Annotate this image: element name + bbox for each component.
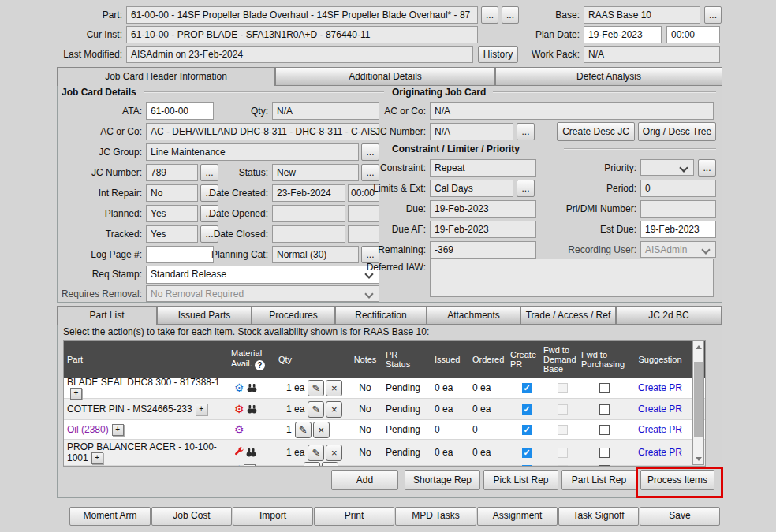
- base-field[interactable]: RAAS Base 10: [584, 6, 700, 24]
- create-pr-link[interactable]: Create PR: [638, 447, 682, 458]
- fwd-purchasing-checkbox[interactable]: [599, 404, 610, 415]
- edit-qty-icon[interactable]: ✎: [308, 401, 324, 418]
- pr-status-value: Pending: [384, 447, 431, 458]
- issued-value: 0: [431, 424, 469, 435]
- est-due-input[interactable]: 19-Feb-2023: [640, 221, 716, 238]
- orig-jc-number-field[interactable]: N/A: [430, 123, 513, 140]
- constraint-label: Constraint:: [331, 159, 426, 177]
- add-button[interactable]: Add: [331, 470, 398, 490]
- task-signoff-button[interactable]: Task Signoff: [558, 507, 639, 526]
- gear-icon: ⚙: [234, 382, 244, 393]
- tab-issued-parts[interactable]: Issued Parts: [157, 306, 252, 325]
- process-items-button[interactable]: Process Items: [640, 470, 714, 490]
- fwd-purchasing-checkbox[interactable]: [599, 383, 610, 393]
- create-pr-link[interactable]: Create PR: [638, 404, 682, 415]
- remove-icon[interactable]: ×: [313, 422, 330, 438]
- help-icon[interactable]: ?: [255, 360, 265, 370]
- cur-inst-field[interactable]: 61-10-00 - PROP BLADE - SFA13N1R0A+D - 8…: [126, 26, 478, 43]
- print-button[interactable]: Print: [314, 507, 394, 526]
- col-issued: Issued: [431, 355, 469, 364]
- assignment-button[interactable]: Assignment: [477, 507, 558, 526]
- fwd-demand-checkbox: [558, 425, 568, 435]
- create-desc-jc-button[interactable]: Create Desc JC: [557, 122, 635, 141]
- orig-desc-tree-button[interactable]: Orig / Desc Tree: [638, 122, 716, 141]
- col-material-avail: Material Avail. ?: [231, 348, 270, 370]
- remove-icon[interactable]: ×: [326, 445, 342, 461]
- mpd-tasks-button[interactable]: MPD Tasks: [395, 507, 476, 526]
- divider: [493, 91, 716, 93]
- plan-date-field[interactable]: 19-Feb-2023: [584, 26, 662, 43]
- create-pr-checkbox[interactable]: [522, 404, 532, 415]
- orig-ac-label: AC or Co:: [331, 102, 426, 120]
- orig-jc-browse-button[interactable]: ...: [517, 123, 535, 140]
- constraint-field: Repeat: [430, 159, 536, 177]
- part-list-table-header: Part Material Avail. ? Qty Notes PR Stat…: [64, 341, 705, 378]
- divider: [144, 91, 384, 93]
- tab-attachments[interactable]: Attachments: [427, 306, 520, 325]
- scrollbar-thumb[interactable]: [694, 362, 703, 437]
- tab-rectification[interactable]: Rectification: [335, 306, 427, 325]
- tab-procedures[interactable]: Procedures: [252, 306, 335, 325]
- jc-group-field[interactable]: Line Maintenance: [146, 143, 359, 161]
- fwd-demand-checkbox: [558, 465, 568, 467]
- tab-job-card-header-information[interactable]: Job Card Header Information: [57, 67, 275, 86]
- create-pr-checkbox[interactable]: [522, 448, 532, 458]
- pr-status-value: Pending: [384, 404, 431, 415]
- fwd-purchasing-checkbox[interactable]: [599, 448, 610, 458]
- fwd-purchasing-checkbox[interactable]: [599, 425, 610, 435]
- jc-group-browse-button[interactable]: ...: [361, 143, 379, 161]
- edit-qty-icon[interactable]: ✎: [308, 445, 324, 461]
- save-button[interactable]: Save: [640, 507, 720, 526]
- shortage-rep-button[interactable]: Shortage Rep: [405, 470, 480, 490]
- expand-icon[interactable]: +: [112, 424, 124, 436]
- part-browse-button[interactable]: ...: [481, 6, 498, 24]
- pick-list-rep-button[interactable]: Pick List Rep: [483, 470, 558, 490]
- scrollbar-up-icon[interactable]: [693, 341, 703, 352]
- tab-trade-access-ref[interactable]: Trade / Access / Ref: [520, 306, 616, 325]
- tab-jc-2d-bc[interactable]: JC 2d BC: [616, 306, 722, 325]
- part-name[interactable]: Oil (2380): [67, 424, 109, 435]
- tab-part-list[interactable]: Part List: [57, 306, 157, 325]
- limits-ext-field[interactable]: Cal Days: [430, 180, 513, 197]
- plan-date-label: Plan Date:: [505, 26, 580, 43]
- ordered-value: 0: [469, 424, 510, 435]
- create-pr-checkbox[interactable]: [522, 425, 532, 435]
- expand-icon[interactable]: +: [70, 388, 82, 400]
- pr-status-value: Pending: [384, 382, 431, 393]
- limits-ext-browse-button[interactable]: ...: [517, 180, 535, 197]
- expand-icon[interactable]: +: [196, 404, 207, 415]
- remove-icon[interactable]: ×: [326, 401, 342, 418]
- edit-qty-icon[interactable]: ✎: [304, 462, 320, 467]
- part-field[interactable]: 61-00-00 - 14SF Propeller Blade Overhaul…: [126, 6, 478, 24]
- job-cost-button[interactable]: Job Cost: [151, 507, 232, 526]
- fwd-purchasing-checkbox[interactable]: [599, 465, 610, 467]
- moment-arm-button[interactable]: Moment Arm: [69, 507, 151, 526]
- remove-icon[interactable]: ×: [322, 462, 338, 467]
- create-pr-link[interactable]: Create PR: [638, 424, 682, 435]
- import-button[interactable]: Import: [233, 507, 313, 526]
- priority-select[interactable]: [640, 159, 694, 176]
- table-scrollbar[interactable]: [692, 340, 704, 465]
- col-notes: Notes: [346, 355, 384, 364]
- qty-value: 1 ea: [286, 404, 304, 415]
- pr-status-value: Pending: [384, 424, 431, 435]
- period-label: Period:: [544, 180, 636, 197]
- due-af-label: Due AF:: [331, 221, 426, 238]
- base-browse-button[interactable]: ...: [704, 6, 722, 24]
- priority-browse-button[interactable]: ...: [698, 159, 716, 177]
- expand-icon[interactable]: +: [91, 452, 103, 464]
- create-pr-link[interactable]: Create PR: [638, 382, 682, 393]
- pri-dmi-label: Pri/DMI Number:: [544, 200, 636, 218]
- scrollbar-down-icon[interactable]: [693, 453, 703, 464]
- limits-ext-label: Limits & Ext:: [331, 180, 426, 197]
- tab-defect-analysis[interactable]: Defect Analysis: [495, 67, 722, 86]
- plan-time-field[interactable]: 00:00: [666, 26, 720, 43]
- tab-additional-details[interactable]: Additional Details: [275, 67, 495, 86]
- fwd-demand-checkbox: [558, 404, 568, 415]
- edit-qty-icon[interactable]: ✎: [308, 380, 324, 396]
- edit-qty-icon[interactable]: ✎: [295, 422, 312, 438]
- remove-icon[interactable]: ×: [326, 380, 342, 396]
- part-list-rep-button[interactable]: Part List Rep: [561, 470, 636, 490]
- create-pr-checkbox[interactable]: [522, 465, 532, 467]
- create-pr-checkbox[interactable]: [522, 383, 532, 393]
